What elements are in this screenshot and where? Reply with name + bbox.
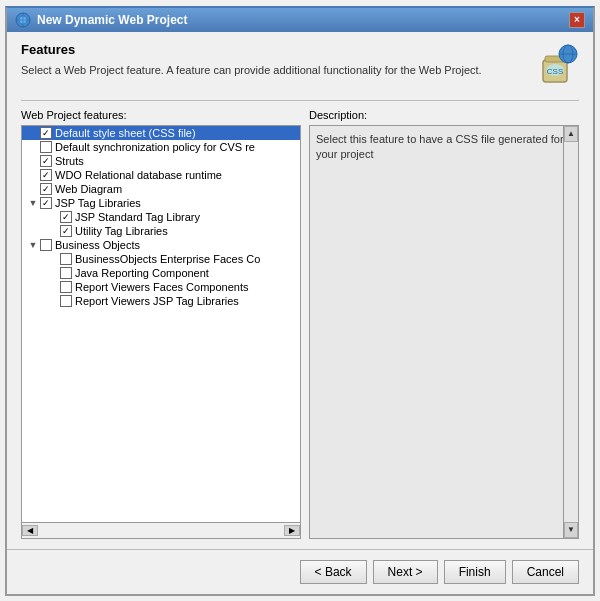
- checkbox[interactable]: ✓: [60, 225, 72, 237]
- checkbox[interactable]: [60, 295, 72, 307]
- tree-item[interactable]: ▼✓JSP Tag Libraries: [22, 196, 300, 210]
- tree-container[interactable]: ✓Default style sheet (CSS file)Default s…: [21, 125, 301, 523]
- checkbox[interactable]: [40, 141, 52, 153]
- tree-item-label: Java Reporting Component: [75, 267, 209, 279]
- checkbox[interactable]: ✓: [40, 197, 52, 209]
- tree-item[interactable]: ✓Struts: [22, 154, 300, 168]
- tree-item-label: JSP Tag Libraries: [55, 197, 141, 209]
- dialog-title: New Dynamic Web Project: [37, 13, 188, 27]
- scroll-track-v: [564, 142, 578, 522]
- tree-item[interactable]: ▼Business Objects: [22, 238, 300, 252]
- left-panel: Web Project features: ✓Default style she…: [21, 109, 301, 539]
- description-box: Select this feature to have a CSS file g…: [309, 125, 579, 539]
- checkbox[interactable]: [40, 239, 52, 251]
- tree-item-label: Struts: [55, 155, 84, 167]
- tree-item-label: Utility Tag Libraries: [75, 225, 168, 237]
- tree-item[interactable]: ✓WDO Relational database runtime: [22, 168, 300, 182]
- right-panel-label: Description:: [309, 109, 579, 121]
- tree-item[interactable]: ✓Web Diagram: [22, 182, 300, 196]
- main-area: Web Project features: ✓Default style she…: [21, 109, 579, 539]
- checkbox[interactable]: ✓: [40, 155, 52, 167]
- tree-item-label: BusinessObjects Enterprise Faces Co: [75, 253, 260, 265]
- header-title: Features: [21, 42, 521, 57]
- tree-item-label: Web Diagram: [55, 183, 122, 195]
- checkbox[interactable]: ✓: [60, 211, 72, 223]
- horizontal-scrollbar[interactable]: ◀ ▶: [21, 523, 301, 539]
- checkbox[interactable]: ✓: [40, 127, 52, 139]
- description-text: Select this feature to have a CSS file g…: [316, 133, 564, 160]
- scroll-up-button[interactable]: ▲: [564, 126, 578, 142]
- header-description: Select a Web Project feature. A feature …: [21, 63, 521, 78]
- checkbox[interactable]: [60, 281, 72, 293]
- back-button[interactable]: < Back: [300, 560, 367, 584]
- tree-item-label: WDO Relational database runtime: [55, 169, 222, 181]
- tree-item-label: Report Viewers JSP Tag Libraries: [75, 295, 239, 307]
- left-panel-label: Web Project features:: [21, 109, 301, 121]
- section-divider: [21, 100, 579, 101]
- scroll-right-button[interactable]: ▶: [284, 525, 300, 536]
- tree-item[interactable]: Report Viewers Faces Components: [22, 280, 300, 294]
- tree-item-label: Default style sheet (CSS file): [55, 127, 196, 139]
- cancel-button[interactable]: Cancel: [512, 560, 579, 584]
- footer: < Back Next > Finish Cancel: [7, 549, 593, 594]
- tree-item[interactable]: ✓JSP Standard Tag Library: [22, 210, 300, 224]
- tree-item-label: Default synchronization policy for CVS r…: [55, 141, 255, 153]
- scroll-down-button[interactable]: ▼: [564, 522, 578, 538]
- checkbox[interactable]: [60, 267, 72, 279]
- checkbox[interactable]: [60, 253, 72, 265]
- checkbox[interactable]: ✓: [40, 183, 52, 195]
- close-button[interactable]: ×: [569, 12, 585, 28]
- next-button[interactable]: Next >: [373, 560, 438, 584]
- dialog-icon: [15, 12, 31, 28]
- right-panel: Description: Select this feature to have…: [309, 109, 579, 539]
- vertical-scrollbar[interactable]: ▲ ▼: [563, 126, 578, 538]
- header-icon: CSS: [531, 42, 579, 90]
- svg-text:CSS: CSS: [547, 67, 563, 76]
- scroll-left-button[interactable]: ◀: [22, 525, 38, 536]
- tree-item[interactable]: ✓Utility Tag Libraries: [22, 224, 300, 238]
- tree-item[interactable]: Default synchronization policy for CVS r…: [22, 140, 300, 154]
- tree-item-label: Report Viewers Faces Components: [75, 281, 248, 293]
- tree-item[interactable]: BusinessObjects Enterprise Faces Co: [22, 252, 300, 266]
- tree-item-label: Business Objects: [55, 239, 140, 251]
- tree-item[interactable]: ✓Default style sheet (CSS file): [22, 126, 300, 140]
- dialog: New Dynamic Web Project × Features Selec…: [5, 6, 595, 596]
- title-bar-left: New Dynamic Web Project: [15, 12, 188, 28]
- finish-button[interactable]: Finish: [444, 560, 506, 584]
- header-text: Features Select a Web Project feature. A…: [21, 42, 521, 78]
- checkbox[interactable]: ✓: [40, 169, 52, 181]
- header-section: Features Select a Web Project feature. A…: [21, 42, 579, 90]
- title-bar: New Dynamic Web Project ×: [7, 8, 593, 32]
- tree-item[interactable]: Report Viewers JSP Tag Libraries: [22, 294, 300, 308]
- tree-item[interactable]: Java Reporting Component: [22, 266, 300, 280]
- content-area: Features Select a Web Project feature. A…: [7, 32, 593, 549]
- tree-item-label: JSP Standard Tag Library: [75, 211, 200, 223]
